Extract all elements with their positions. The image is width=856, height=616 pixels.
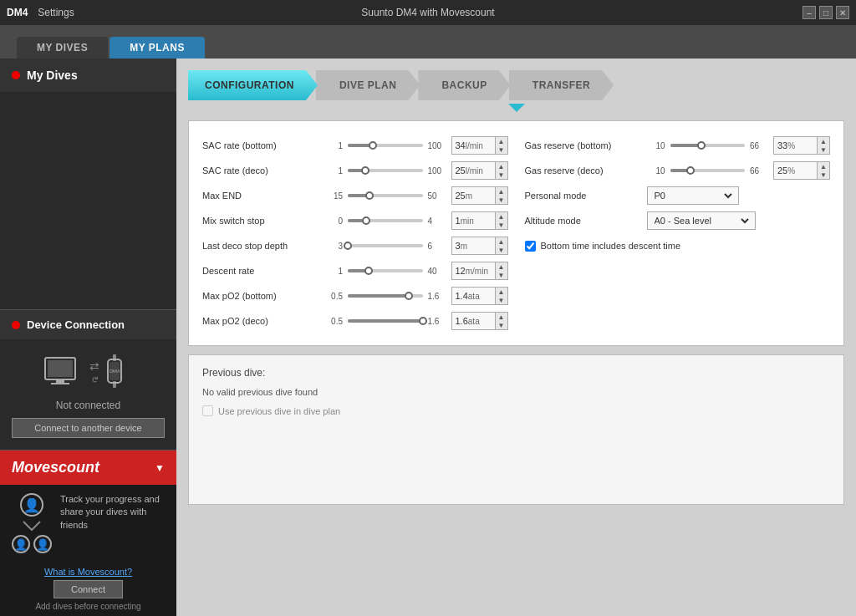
personal-mode-select[interactable]: P0 P1 P2 P3: [651, 190, 735, 201]
gas-deco-value: 25 %: [774, 165, 817, 176]
gas-deco-spinners: ▲ ▼: [817, 162, 829, 179]
config-row-po2-bottom: Max pO2 (bottom) 0.5 1.6 1.4 ata ▲: [202, 283, 508, 308]
personal-mode-label: Personal mode: [525, 191, 642, 201]
sac-bottom-spinners: ▲ ▼: [495, 137, 507, 154]
gas-bottom-slider[interactable]: [670, 144, 746, 147]
config-right-col: Gas reserve (bottom) 10 66 33 % ▲: [525, 133, 831, 333]
gas-deco-down[interactable]: ▼: [818, 171, 829, 179]
max-end-up[interactable]: ▲: [496, 187, 507, 196]
deco-stop-value-box: 3 m ▲ ▼: [451, 237, 508, 255]
po2-deco-up[interactable]: ▲: [496, 313, 507, 321]
gas-bottom-value-box: 33 % ▲ ▼: [773, 136, 830, 155]
svg-rect-3: [51, 383, 69, 384]
nav-tab-configuration[interactable]: CONFIGURATION: [188, 70, 318, 100]
gas-bottom-down[interactable]: ▼: [818, 145, 829, 154]
gas-bottom-up[interactable]: ▲: [818, 137, 829, 145]
gas-deco-slider[interactable]: [670, 169, 746, 172]
use-prev-dive-checkbox[interactable]: [202, 405, 213, 416]
config-row-gas-bottom: Gas reserve (bottom) 10 66 33 % ▲: [525, 133, 831, 158]
deco-stop-down[interactable]: ▼: [496, 246, 507, 254]
po2-deco-value-box: 1.6 ata ▲ ▼: [451, 312, 508, 330]
gas-deco-unit: %: [787, 166, 795, 176]
gas-deco-max: 66: [750, 166, 768, 176]
deco-stop-up[interactable]: ▲: [496, 237, 507, 246]
config-row-descent-rate: Descent rate 1 40 12 m/min ▲: [202, 258, 508, 283]
descent-rate-min: 1: [324, 267, 343, 276]
altitude-mode-label: Altitude mode: [525, 216, 642, 226]
arrow-down-right-icon: [22, 520, 42, 532]
config-left-col: SAC rate (bottom) 1 100 34 l/min ▲: [202, 133, 508, 333]
max-end-thumb: [365, 191, 374, 200]
po2-bottom-slider[interactable]: [348, 294, 423, 298]
close-button[interactable]: ✕: [836, 6, 849, 19]
movescount-title: Movescount: [12, 459, 99, 476]
movescount-section: Movescount ▼ 👤 👤 👤 Track your: [0, 450, 176, 616]
descent-rate-spinners: ▲ ▼: [495, 262, 507, 279]
po2-bottom-min: 0.5: [324, 292, 343, 301]
po2-deco-slider[interactable]: [348, 319, 423, 323]
mix-switch-slider[interactable]: [348, 219, 423, 222]
movescount-collapse-icon[interactable]: ▼: [155, 462, 165, 474]
maximize-button[interactable]: □: [819, 6, 833, 19]
gas-bottom-unit: %: [787, 141, 795, 150]
gas-bottom-value: 33 %: [774, 140, 817, 150]
movescount-connect-button[interactable]: Connect: [54, 580, 123, 598]
descent-rate-slider[interactable]: [348, 269, 423, 272]
gas-bottom-thumb: [697, 141, 706, 150]
altitude-mode-dropdown[interactable]: A0 - Sea level A1 A2 A3: [647, 211, 756, 230]
po2-bottom-spinners: ▲ ▼: [495, 288, 507, 304]
connect-another-device-button[interactable]: Connect to another device: [12, 418, 165, 438]
minimize-button[interactable]: –: [802, 6, 816, 19]
device-connection-label: Device Connection: [27, 318, 125, 331]
deco-stop-slider[interactable]: [348, 244, 423, 247]
sac-deco-down[interactable]: ▼: [496, 171, 507, 179]
sac-bottom-up[interactable]: ▲: [496, 137, 507, 145]
descent-rate-down[interactable]: ▼: [496, 271, 507, 279]
sac-deco-unit: l/min: [466, 166, 483, 176]
po2-deco-spinners: ▲ ▼: [495, 313, 507, 329]
po2-bottom-up[interactable]: ▲: [496, 288, 507, 296]
gas-deco-up[interactable]: ▲: [818, 162, 829, 171]
config-row-po2-deco: Max pO2 (deco) 0.5 1.6 1.6 ata ▲: [202, 308, 508, 333]
sac-bottom-thumb: [369, 141, 377, 150]
descent-rate-label: Descent rate: [202, 266, 319, 276]
deco-stop-spinners: ▲ ▼: [495, 237, 507, 254]
sac-deco-max: 100: [428, 166, 446, 176]
sac-bottom-slider[interactable]: [348, 144, 423, 147]
sac-bottom-value: 34 l/min: [452, 140, 495, 150]
what-is-movescount-link[interactable]: What is Movescount?: [44, 567, 132, 577]
watch-icon: DM4: [106, 351, 136, 393]
nav-tab-dive-plan[interactable]: DIVE PLAN: [316, 70, 420, 100]
sac-bottom-unit: l/min: [466, 141, 483, 150]
tab-bar: MY DIVES MY PLANS: [0, 25, 856, 59]
mix-switch-up[interactable]: ▲: [496, 212, 507, 221]
descent-rate-up[interactable]: ▲: [496, 262, 507, 271]
max-end-down[interactable]: ▼: [496, 196, 507, 204]
po2-bottom-down[interactable]: ▼: [496, 296, 507, 304]
tab-my-plans[interactable]: MY PLANS: [110, 37, 205, 59]
menu-item[interactable]: Settings: [38, 7, 74, 18]
max-end-value: 25 m: [452, 191, 495, 201]
sac-bottom-max: 100: [428, 141, 446, 150]
gas-bottom-label: Gas reserve (bottom): [525, 140, 642, 150]
nav-tab-transfer[interactable]: TRANSFER: [509, 70, 614, 100]
nav-triangle-icon: [508, 104, 525, 112]
bottom-time-checkbox[interactable]: [525, 241, 536, 252]
nav-tab-backup[interactable]: BACKUP: [418, 70, 510, 100]
my-dives-header: My Dives: [0, 59, 176, 92]
mix-switch-down[interactable]: ▼: [496, 221, 507, 229]
personal-mode-dropdown[interactable]: P0 P1 P2 P3: [647, 186, 739, 205]
gas-deco-label: Gas reserve (deco): [525, 165, 642, 176]
po2-deco-down[interactable]: ▼: [496, 321, 507, 329]
computer-icon: [41, 351, 83, 393]
deco-stop-value: 3 m: [452, 241, 495, 251]
sac-bottom-down[interactable]: ▼: [496, 145, 507, 154]
max-end-slider[interactable]: [348, 194, 423, 197]
tab-my-dives[interactable]: MY DIVES: [17, 37, 108, 59]
mix-switch-max: 4: [428, 216, 446, 226]
po2-deco-thumb: [419, 317, 427, 325]
altitude-mode-select[interactable]: A0 - Sea level A1 A2 A3: [651, 215, 752, 227]
avatar-friend1: 👤: [12, 535, 30, 553]
sac-deco-up[interactable]: ▲: [496, 162, 507, 171]
sac-deco-slider[interactable]: [348, 169, 423, 172]
